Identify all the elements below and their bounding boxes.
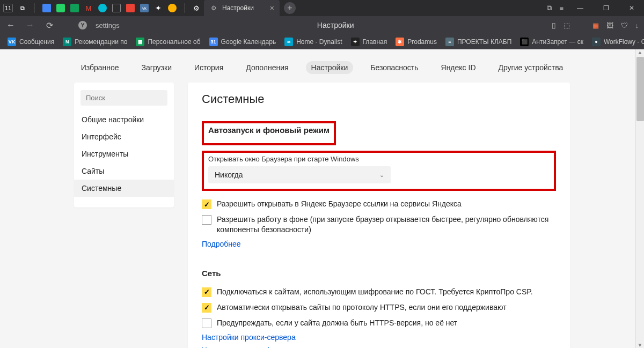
gmail-icon[interactable]: M xyxy=(84,4,93,12)
close-window-button[interactable]: ✕ xyxy=(623,4,641,12)
checkbox-https-auto[interactable]: ✓ xyxy=(202,303,211,313)
certificates-link[interactable]: Управление сертификатами xyxy=(202,344,300,348)
site-identity-icon[interactable]: Y xyxy=(78,21,87,29)
bookmark-label: WorkFlowy - Orga xyxy=(604,38,644,46)
plus-app-icon[interactable]: ✦ xyxy=(154,4,163,12)
bookmark-item[interactable]: VKСообщения xyxy=(4,38,57,46)
search-input[interactable] xyxy=(80,90,167,106)
tab-gear-icon: ⚙ xyxy=(209,4,218,12)
bookmark-icon: ∞ xyxy=(284,38,293,46)
ext-translate-icon[interactable]: ▦ xyxy=(592,21,599,29)
bookmark-item[interactable]: ≡ПРОЕКТЫ КЛАБП xyxy=(442,38,515,46)
doc-icon[interactable] xyxy=(112,4,121,12)
bookmark-item[interactable]: NРекомендации по xyxy=(60,38,130,46)
bookmark-icon: ▦ xyxy=(136,38,144,46)
sidebar-item[interactable]: Общие настройки xyxy=(74,111,174,128)
browser-tab[interactable]: ⚙ Настройки × xyxy=(204,0,280,16)
ext-shield-icon[interactable]: 🛡 xyxy=(621,21,628,29)
forward-button: → xyxy=(25,20,35,30)
bookmark-label: Google Календарь xyxy=(221,38,276,46)
bookmark-item[interactable]: 31Google Календарь xyxy=(206,38,280,46)
sidebar-item[interactable]: Инструменты xyxy=(74,145,174,162)
tab-group-icon[interactable]: ⧉ xyxy=(18,4,27,12)
settings-sidebar: Общие настройкиИнтерфейсИнструментыСайты… xyxy=(74,83,174,208)
top-tab[interactable]: Другие устройства xyxy=(493,61,569,74)
checkbox-https-warn[interactable] xyxy=(202,319,211,328)
vertical-scrollbar[interactable]: ▲ ▼ xyxy=(635,49,644,348)
vk-icon[interactable]: vk xyxy=(140,4,149,12)
gmail2-icon[interactable] xyxy=(126,4,135,12)
scrollbar-thumb[interactable] xyxy=(636,57,644,121)
bookmark-label: Рекомендации по xyxy=(75,38,127,46)
bookmark-icon: VK xyxy=(8,38,16,46)
top-tab[interactable]: Дополнения xyxy=(240,61,294,74)
settings-search xyxy=(80,90,167,106)
settings-page: ИзбранноеЗагрузкиИсторияДополненияНастро… xyxy=(0,49,644,348)
top-tab[interactable]: История xyxy=(189,61,229,74)
bookmark-label: ПРОЕКТЫ КЛАБП xyxy=(457,38,511,46)
back-button[interactable]: ← xyxy=(5,20,16,30)
bookmark-item[interactable]: ▦Персональное об xyxy=(133,38,203,46)
window-titlebar: 11 ⧉ M vk ✦ ⚙ ⚙ Настройки × + ⧉ ≡ — ❐ ✕ xyxy=(0,0,644,16)
section-network: Сеть ✓ Подключаться к сайтам, использующ… xyxy=(202,269,556,348)
tab-title: Настройки xyxy=(222,4,254,12)
checkbox-row: ✓ Подключаться к сайтам, использующим ши… xyxy=(202,284,556,300)
top-tab[interactable]: Избранное xyxy=(76,61,125,74)
reload-button[interactable]: ⟳ xyxy=(44,20,55,31)
date-badge-icon[interactable]: 11 xyxy=(3,4,13,12)
bookmark-icon: N xyxy=(63,38,71,46)
scroll-down-arrow[interactable]: ▼ xyxy=(636,342,644,348)
new-tab-button[interactable]: + xyxy=(284,2,296,14)
translate-icon[interactable] xyxy=(98,4,107,12)
titlebar-right: ⧉ ≡ — ❐ ✕ xyxy=(547,4,641,12)
checkbox-background-work[interactable] xyxy=(202,215,211,225)
menu-icon[interactable]: ≡ xyxy=(559,4,564,12)
top-tab[interactable]: Настройки xyxy=(306,61,354,74)
checkbox-label: Автоматически открывать сайты по протоко… xyxy=(217,302,507,313)
copy-window-icon[interactable]: ⧉ xyxy=(547,4,552,12)
bookmark-item[interactable]: ✦Главная xyxy=(348,38,391,46)
bookmark-item[interactable]: ✱Prodamus xyxy=(392,38,440,46)
bookmark-item[interactable]: ●WorkFlowy - Orga xyxy=(589,38,644,46)
highlight-box: Автозапуск и фоновый режим xyxy=(202,121,336,145)
page-title: Системные xyxy=(202,92,556,106)
download-icon[interactable]: ↓ xyxy=(635,21,639,29)
sidebar-item[interactable]: Сайты xyxy=(74,162,174,180)
more-link[interactable]: Подробнее xyxy=(202,238,241,250)
ext-image-icon[interactable]: 🖼 xyxy=(606,21,613,29)
chevron-down-icon: ⌄ xyxy=(379,172,384,179)
autostart-select[interactable]: Никогда ⌄ xyxy=(208,166,391,183)
checkbox-yandex-links[interactable]: ✓ xyxy=(202,199,211,209)
bookmark-icon[interactable]: ▯ xyxy=(552,21,556,29)
proxy-settings-link[interactable]: Настройки прокси-сервера xyxy=(202,331,296,344)
bookmark-label: Главная xyxy=(363,38,387,46)
separator xyxy=(184,3,185,13)
bookmark-label: Персональное об xyxy=(148,38,200,46)
bookmark-icon: ● xyxy=(592,38,601,46)
checkbox-gost[interactable]: ✓ xyxy=(202,287,211,297)
whatsapp-icon[interactable] xyxy=(56,4,65,12)
top-tab[interactable]: Загрузки xyxy=(136,61,177,74)
address-url[interactable]: settings xyxy=(96,21,120,29)
scroll-up-arrow[interactable]: ▲ xyxy=(636,49,644,55)
top-tab[interactable]: Яндекс ID xyxy=(436,61,481,74)
sheets-icon[interactable] xyxy=(70,4,79,12)
address-bar: ← → ⟳ Y settings Настройки ▯ ⬚ ▦ 🖼 🛡 ↓ xyxy=(0,16,644,34)
gear-icon[interactable]: ⚙ xyxy=(192,4,201,12)
highlight-box: Открывать окно Браузера при старте Windo… xyxy=(202,151,556,191)
sidebar-item[interactable]: Интерфейс xyxy=(74,128,174,145)
sidebar-item[interactable]: Системные xyxy=(74,180,174,197)
chat-icon[interactable] xyxy=(168,4,177,12)
checkbox-label: Разрешить открывать в Яндекс Браузере сс… xyxy=(217,199,462,209)
checkbox-row: ✓ Автоматически открывать сайты по прото… xyxy=(202,300,556,315)
bookmark-item[interactable]: ∞Home - Dynalist xyxy=(281,38,345,46)
bookmark-item[interactable]: ⬛АнтиЗапрет — ск xyxy=(517,38,587,46)
checkbox-label: Разрешить работу в фоне (при запуске бра… xyxy=(217,214,556,235)
extension-icon[interactable]: ⬚ xyxy=(564,21,570,29)
minimize-button[interactable]: — xyxy=(571,4,589,12)
address-right-icons: ▯ ⬚ ▦ 🖼 🛡 ↓ xyxy=(552,21,639,29)
maximize-button[interactable]: ❐ xyxy=(597,4,615,12)
tab-close-button[interactable]: × xyxy=(270,4,274,12)
google-calendar-icon[interactable] xyxy=(42,4,51,12)
top-tab[interactable]: Безопасность xyxy=(365,61,423,74)
